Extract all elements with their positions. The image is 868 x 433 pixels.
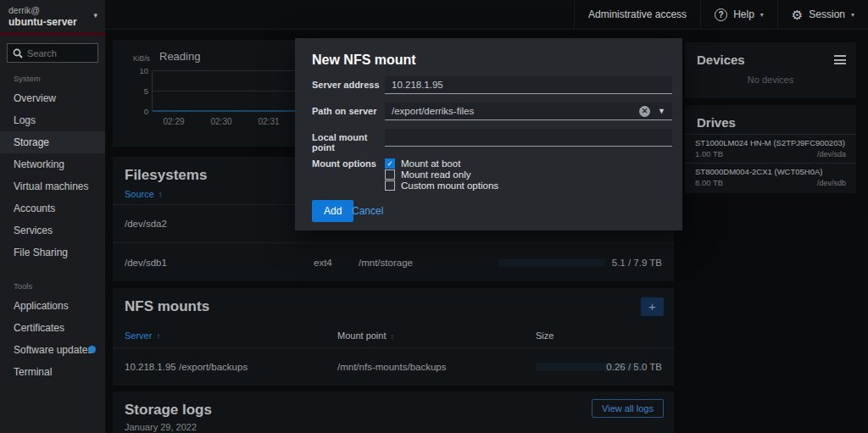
cancel-button[interactable]: Cancel	[352, 205, 383, 217]
mount-read-only-option[interactable]: ✓ Mount read only	[385, 169, 470, 180]
checkbox-label: Mount read only	[401, 169, 470, 180]
server-address-input[interactable]	[385, 76, 672, 94]
add-button[interactable]: Add	[312, 200, 353, 222]
local-mount-point-input[interactable]	[385, 129, 672, 147]
server-address-label: Server address	[312, 80, 388, 90]
mount-at-boot-option[interactable]: ✓ Mount at boot	[385, 158, 460, 169]
new-nfs-mount-dialog: New NFS mount Server address Path on ser…	[295, 38, 682, 230]
path-on-server-combobox[interactable]: /export/derriks-files ✕ ▼	[385, 103, 672, 120]
mount-options-label: Mount options	[312, 158, 388, 169]
checkbox-label: Mount at boot	[401, 158, 460, 169]
custom-mount-options-checkbox[interactable]: ✓	[385, 180, 395, 191]
check-icon: ✓	[386, 159, 394, 169]
path-value: /export/derriks-files	[392, 106, 639, 116]
mount-at-boot-checkbox[interactable]: ✓	[385, 158, 395, 169]
clear-icon[interactable]: ✕	[639, 106, 650, 117]
dialog-title: New NFS mount	[312, 53, 416, 68]
checkbox-label: Custom mount options	[401, 180, 498, 191]
path-on-server-label: Path on server	[312, 106, 388, 116]
mount-read-only-checkbox[interactable]: ✓	[385, 169, 395, 180]
custom-mount-options-option[interactable]: ✓ Custom mount options	[385, 180, 498, 191]
local-mount-point-label: Local mount point	[312, 132, 388, 153]
caret-down-icon[interactable]: ▼	[658, 107, 665, 115]
